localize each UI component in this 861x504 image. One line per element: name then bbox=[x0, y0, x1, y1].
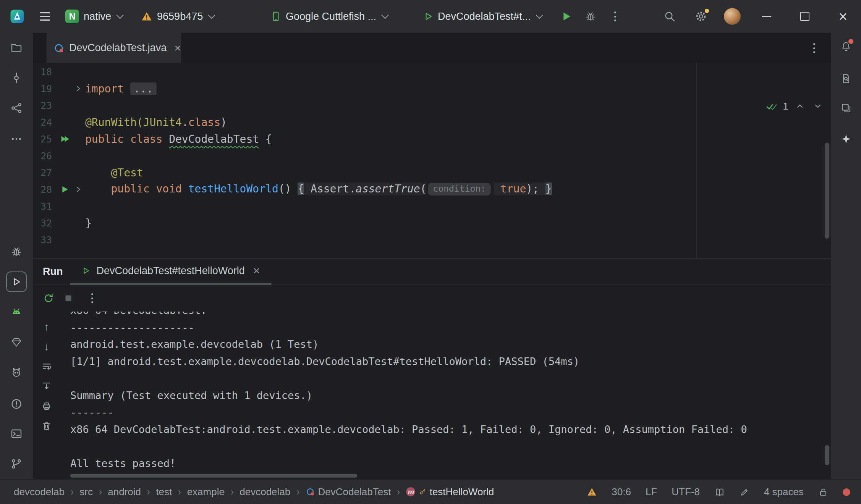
breadcrumb-item[interactable]: devcodelab bbox=[14, 486, 65, 498]
android-studio-logo-icon bbox=[9, 8, 25, 24]
device-selector[interactable]: Google Cuttlefish ... bbox=[267, 6, 392, 27]
breadcrumb-item[interactable]: test bbox=[156, 486, 172, 498]
editor-scrollbar[interactable] bbox=[825, 143, 829, 239]
console-hscrollbar[interactable] bbox=[70, 474, 357, 478]
reader-mode-button[interactable] bbox=[714, 487, 725, 498]
code-editor[interactable]: 1819import ...2324@RunWith(JUnit4.class)… bbox=[33, 63, 831, 258]
up-stack-trace-button[interactable]: ↑ bbox=[41, 322, 52, 332]
breadcrumb-item[interactable]: example bbox=[187, 486, 225, 498]
minimize-button[interactable] bbox=[758, 8, 775, 25]
project-selector[interactable]: N native bbox=[62, 6, 127, 27]
more-actions-button[interactable] bbox=[606, 8, 624, 25]
java-test-class-icon bbox=[53, 43, 64, 53]
android-icon bbox=[10, 306, 23, 318]
close-tab-icon[interactable]: × bbox=[174, 42, 181, 54]
account-button[interactable] bbox=[723, 8, 741, 25]
book-icon bbox=[714, 487, 725, 498]
run-config-play-icon bbox=[423, 11, 433, 21]
breadcrumb-label: test bbox=[156, 486, 172, 498]
breadcrumb-separator-icon: › bbox=[99, 486, 102, 498]
line-separator-widget[interactable]: LF bbox=[646, 486, 657, 498]
more-tool-windows-button[interactable] bbox=[6, 129, 27, 149]
token: . bbox=[182, 116, 188, 129]
scroll-to-end-button[interactable] bbox=[41, 381, 52, 391]
version-control-tool-button[interactable] bbox=[6, 454, 27, 474]
fold-chevron-icon[interactable] bbox=[74, 85, 82, 92]
indent-widget[interactable]: 4 spaces bbox=[764, 486, 804, 498]
structure-tool-button[interactable] bbox=[6, 98, 27, 118]
device-explorer-tool-button[interactable] bbox=[836, 68, 856, 89]
device-manager-tool-button[interactable] bbox=[6, 302, 27, 322]
printer-icon bbox=[41, 401, 52, 412]
soft-wrap-button[interactable] bbox=[41, 362, 52, 372]
breadcrumb-item[interactable]: src bbox=[79, 486, 93, 498]
run-tab[interactable]: DevCodelabTest#testHelloWorld × bbox=[70, 258, 271, 285]
down-stack-trace-button[interactable]: ↓ bbox=[41, 342, 52, 352]
editor-options-button[interactable] bbox=[805, 39, 823, 57]
console-output: x86_64 DevCodelabTest: -----------------… bbox=[70, 312, 798, 472]
commit-icon bbox=[10, 72, 23, 84]
close-icon: × bbox=[838, 9, 847, 24]
print-button[interactable] bbox=[41, 401, 52, 411]
breadcrumb-separator-icon: › bbox=[178, 486, 181, 498]
run-more-options-button[interactable] bbox=[86, 292, 99, 305]
close-tab-icon[interactable]: × bbox=[253, 265, 260, 276]
rerun-button[interactable] bbox=[42, 292, 55, 305]
sparkle-icon bbox=[840, 133, 852, 145]
clear-console-button[interactable] bbox=[41, 421, 52, 431]
memory-indicator-dot[interactable] bbox=[843, 488, 850, 496]
terminal-tool-button[interactable] bbox=[6, 423, 27, 444]
inspections-widget[interactable]: 1 bbox=[766, 100, 824, 113]
analysis-warning-widget[interactable] bbox=[587, 487, 597, 497]
vcs-widget[interactable]: 9659b475 bbox=[137, 6, 219, 27]
search-icon bbox=[664, 10, 676, 23]
breadcrumb: devcodelab›src›android›test›example›devc… bbox=[14, 486, 494, 498]
stop-button[interactable] bbox=[62, 292, 75, 305]
git-branch-icon bbox=[10, 458, 23, 470]
console-vscrollbar[interactable] bbox=[825, 445, 829, 465]
run-config-selector[interactable]: DevCodelabTest#t... bbox=[419, 6, 547, 27]
search-everywhere-button[interactable] bbox=[661, 8, 678, 25]
breadcrumb-item[interactable]: mtestHelloWorld bbox=[406, 486, 494, 498]
previous-highlight-button[interactable] bbox=[793, 100, 806, 113]
tab-devcodelabtest-java[interactable]: DevCodelabTest.java × bbox=[47, 33, 181, 63]
caret-position-widget[interactable]: 30:6 bbox=[612, 486, 631, 498]
console-area[interactable]: x86_64 DevCodelabTest: -----------------… bbox=[70, 312, 798, 473]
settings-button[interactable] bbox=[692, 8, 710, 25]
token: @Test bbox=[111, 166, 143, 179]
rerun-icon bbox=[43, 292, 54, 304]
app-quality-insights-tool-button[interactable] bbox=[6, 332, 27, 352]
breadcrumb-item[interactable]: android bbox=[108, 486, 141, 498]
logcat-tool-button[interactable] bbox=[6, 362, 27, 383]
write-access-button[interactable] bbox=[818, 487, 828, 497]
ai-assistant-button[interactable] bbox=[740, 487, 749, 497]
run-button[interactable] bbox=[557, 8, 575, 25]
breadcrumb-item[interactable]: DevCodelabTest bbox=[306, 486, 391, 498]
main-menu-button[interactable] bbox=[25, 12, 56, 21]
fold-chevron-icon[interactable] bbox=[74, 186, 82, 193]
folder-icon bbox=[10, 42, 23, 54]
problems-tool-button[interactable] bbox=[6, 394, 27, 414]
breadcrumb-item[interactable]: devcodelab bbox=[240, 486, 290, 498]
run-class-gutter-icon[interactable] bbox=[60, 134, 70, 144]
hamburger-icon bbox=[40, 12, 50, 21]
token bbox=[124, 82, 130, 95]
close-window-button[interactable]: × bbox=[834, 8, 852, 25]
next-highlight-button[interactable] bbox=[811, 100, 824, 113]
project-tool-button[interactable] bbox=[6, 37, 27, 58]
chevron-down-icon bbox=[208, 11, 215, 19]
more-vertical-icon bbox=[813, 43, 815, 53]
notifications-button[interactable] bbox=[836, 36, 856, 57]
code-line: 18 bbox=[33, 63, 831, 80]
debug-tool-button[interactable] bbox=[6, 241, 27, 262]
code-text: public class DevCodelabTest { bbox=[85, 133, 272, 145]
commit-tool-button[interactable] bbox=[6, 68, 27, 88]
run-test-gutter-icon[interactable] bbox=[60, 184, 70, 194]
running-devices-tool-button[interactable] bbox=[836, 98, 856, 118]
maximize-button[interactable] bbox=[796, 8, 814, 25]
gutter bbox=[57, 231, 85, 248]
debug-button[interactable] bbox=[582, 8, 599, 25]
run-tool-button[interactable] bbox=[6, 271, 27, 292]
gemini-tool-button[interactable] bbox=[836, 129, 856, 149]
encoding-widget[interactable]: UTF-8 bbox=[672, 486, 700, 498]
